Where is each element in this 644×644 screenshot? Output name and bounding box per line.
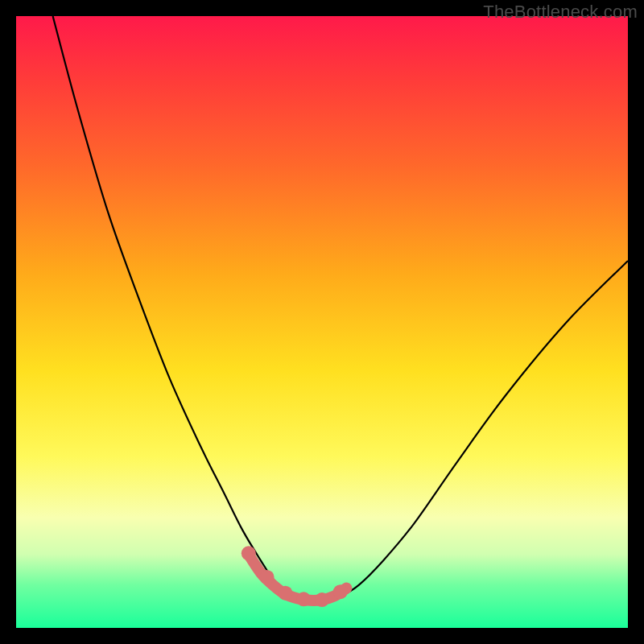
chart-frame	[16, 16, 628, 628]
watermark-text: TheBottleneck.com	[483, 2, 638, 23]
main-curve	[53, 16, 628, 601]
highlight-dot	[278, 586, 292, 601]
bottleneck-curve-chart	[16, 16, 628, 628]
highlight-dot	[296, 592, 311, 606]
highlight-dot	[315, 592, 329, 607]
highlight-dot	[242, 546, 256, 560]
highlight-dot	[260, 570, 275, 584]
highlight-dot	[333, 584, 348, 599]
